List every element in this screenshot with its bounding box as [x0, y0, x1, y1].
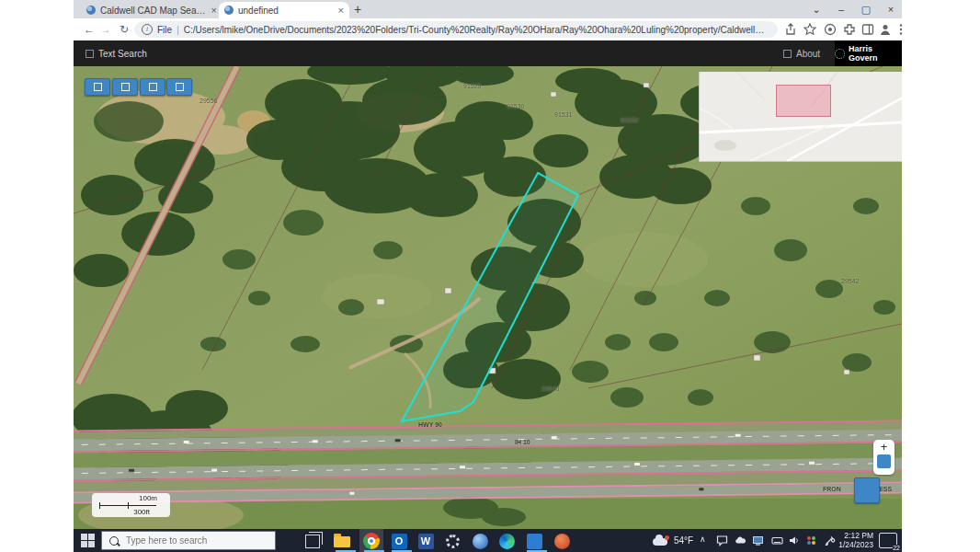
about-label: About [796, 49, 820, 59]
edge-icon[interactable] [497, 532, 516, 550]
harris-govern-brand[interactable]: Harris Govern [835, 40, 902, 66]
tab-strip: Caldwell CAD Map Search × undefined × + … [74, 0, 902, 18]
parcel-label: 29540 [541, 385, 559, 392]
overview-inset-map[interactable] [699, 72, 902, 162]
text-search-icon [85, 50, 94, 58]
parcel-label: 29556 [199, 98, 217, 104]
extension-circle-icon[interactable] [823, 22, 838, 37]
browser-window: Caldwell CAD Map Search × undefined × + … [74, 0, 902, 552]
notification-center-icon[interactable]: 22 [879, 533, 897, 548]
map-tool-icon [176, 83, 184, 91]
map-tool-icon [121, 83, 130, 91]
parcel-label: 91530 [507, 103, 524, 109]
inset-extent-rectangle[interactable] [776, 85, 831, 117]
tab-undefined[interactable]: undefined × [219, 2, 349, 18]
search-icon [109, 536, 119, 546]
chrome-icon[interactable] [362, 532, 381, 550]
back-button[interactable]: ← [81, 21, 97, 38]
page-info-icon[interactable]: i [142, 24, 153, 35]
scale-imperial-label: 300ft [133, 508, 150, 516]
feedback-hub-icon[interactable] [716, 529, 728, 552]
parcel-label: 91529 [463, 83, 481, 89]
extensions-puzzle-icon[interactable] [842, 22, 857, 37]
map-viewport[interactable]: 91529 91530 91531 91532 29556 29542 2954… [74, 66, 902, 529]
weather-temp[interactable]: 54°F [674, 535, 693, 552]
road-label-hwy90: HWY 90 [418, 421, 442, 428]
clock-time: 2:12 PM [835, 531, 873, 540]
powerpoint-icon[interactable] [553, 532, 571, 550]
url-text: C:/Users/lmike/OneDrive/Documents/2023%2… [184, 25, 770, 35]
side-panel-icon[interactable] [860, 22, 875, 37]
url-separator: | [177, 25, 179, 35]
window-maximize-button[interactable]: ▢ [854, 0, 878, 18]
brand-label: Harris Govern [849, 44, 902, 63]
scale-line [99, 505, 156, 506]
forward-button[interactable]: → [97, 21, 114, 38]
zoom-in-button[interactable]: + [873, 440, 895, 454]
brand-gear-icon [835, 49, 845, 59]
about-icon [783, 50, 792, 58]
tab-close-icon[interactable]: × [211, 6, 217, 15]
tab-favicon [224, 6, 234, 15]
tab-favicon [86, 6, 96, 15]
tab-title: Caldwell CAD Map Search [100, 6, 207, 16]
share-icon[interactable] [783, 22, 798, 37]
outlook-icon[interactable]: O [390, 532, 408, 550]
map-app-header: Text Search About Harris Govern [74, 40, 902, 66]
browser-toolbar: ← → ↻ i File | C:/Users/lmike/OneDrive/D… [74, 18, 902, 41]
notification-count: 22 [893, 545, 900, 551]
road-label-frontage: FRON [823, 486, 841, 492]
tray-chevron-up-icon[interactable]: ∧ [700, 535, 706, 552]
tab-title: undefined [238, 6, 334, 16]
tab-search-chevron-icon[interactable]: ⌄ [804, 0, 828, 18]
map-tool-button-3[interactable] [140, 78, 165, 96]
scale-bar: 100m 300ft [92, 493, 170, 517]
zoom-slider-handle[interactable] [877, 454, 891, 468]
new-tab-button[interactable]: + [349, 1, 366, 17]
search-input[interactable] [124, 535, 266, 546]
map-tool-icon [94, 83, 102, 91]
word-icon[interactable]: W [416, 532, 435, 550]
scale-metric-label: 100m [139, 494, 157, 502]
profile-avatar-icon[interactable] [878, 22, 893, 37]
map-tool-button-1[interactable] [85, 78, 110, 96]
window-close-button[interactable]: × [879, 0, 903, 18]
start-button[interactable] [81, 534, 95, 547]
file-explorer-icon[interactable] [334, 532, 352, 550]
url-scheme: File [157, 25, 172, 35]
tab-caldwell-cad-map-search[interactable]: Caldwell CAD Map Search × [81, 2, 222, 18]
map-tool-button-2[interactable] [112, 78, 138, 96]
map-marker-button[interactable] [854, 477, 880, 503]
address-bar[interactable]: i File | C:/Users/lmike/OneDrive/Documen… [134, 21, 778, 38]
volume-icon[interactable] [788, 529, 800, 552]
tab-close-icon[interactable]: × [338, 6, 344, 15]
teams-icon[interactable] [525, 532, 543, 550]
parcel-label: 29542 [841, 278, 859, 284]
screenshot-canvas: Caldwell CAD Map Search × undefined × + … [0, 0, 980, 552]
taskbar-clock[interactable]: 2:12 PM 1/24/2023 [835, 531, 873, 549]
onedrive-cloud-icon[interactable] [735, 529, 746, 552]
browser-menu-icon[interactable] [894, 22, 908, 37]
clock-date: 1/24/2023 [835, 540, 873, 549]
task-view-icon[interactable] [305, 535, 320, 548]
reload-button[interactable]: ↻ [116, 21, 132, 38]
parcel-label: 91532 [621, 117, 638, 123]
weather-cloud-icon[interactable] [653, 529, 669, 552]
text-search-button[interactable]: Text Search [85, 40, 147, 66]
window-minimize-button[interactable]: – [829, 0, 853, 18]
bookmark-star-icon[interactable] [803, 22, 817, 37]
settings-gear-icon[interactable] [443, 532, 462, 550]
zoom-control[interactable]: + [873, 440, 895, 475]
about-button[interactable]: About [783, 40, 820, 66]
media-player-icon[interactable] [471, 532, 489, 550]
taskbar-search-box[interactable] [101, 531, 276, 550]
road-label-ih10: IH 10 [515, 439, 530, 445]
map-tool-icon [149, 83, 157, 91]
text-search-label: Text Search [98, 49, 147, 59]
keyboard-icon[interactable] [771, 529, 783, 552]
windows-taskbar: O W 54°F ∧ 2:12 PM 1/24/2023 [74, 529, 902, 552]
display-icon[interactable] [752, 529, 764, 552]
parcel-label: 91531 [554, 111, 572, 118]
map-tool-button-4[interactable] [166, 78, 192, 96]
antivirus-icon[interactable] [805, 529, 817, 552]
